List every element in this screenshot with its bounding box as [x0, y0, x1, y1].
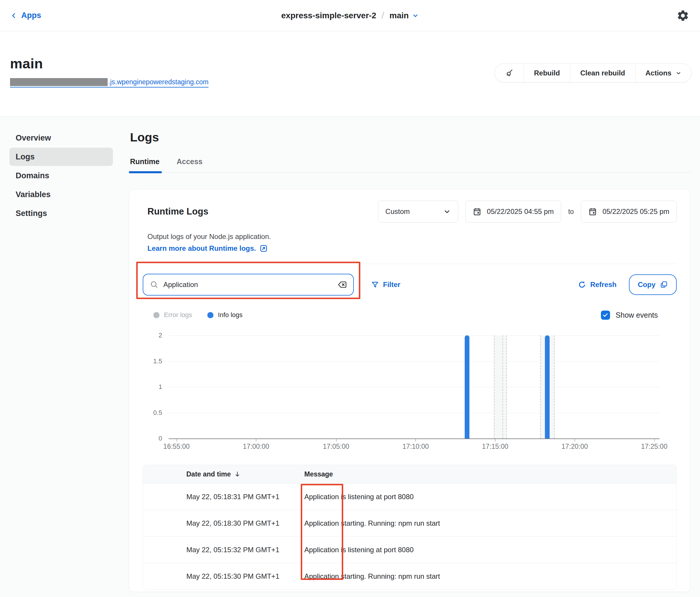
table-row[interactable]: May 22, 05:18:30 PM GMT+1 Application st…	[143, 510, 676, 536]
environment-actions-bar: Rebuild Clean rebuild Actions	[495, 63, 692, 82]
x-axis-tick-label: 17:00:00	[243, 443, 270, 450]
panel-description: Output logs of your Node.js application.	[147, 233, 677, 241]
legend-info-logs[interactable]: Info logs	[207, 311, 242, 319]
sidebar-item-variables[interactable]: Variables	[9, 185, 113, 204]
filter-button[interactable]: Filter	[371, 281, 400, 289]
log-datetime: May 22, 05:15:30 PM GMT+1	[143, 572, 304, 580]
y-axis-tick-label: 0	[143, 435, 162, 442]
refresh-button[interactable]: Refresh	[578, 280, 617, 289]
y-axis-tick-label: 1	[143, 383, 162, 391]
tab-label: Runtime	[130, 157, 159, 165]
search-annotated-region	[143, 274, 354, 295]
clear-search-icon[interactable]	[337, 280, 347, 289]
range-preset-value: Custom	[385, 207, 410, 216]
x-axis-tick-label: 17:10:00	[402, 443, 429, 450]
tab-runtime[interactable]: Runtime	[130, 157, 159, 173]
top-bar: Apps express-simple-server-2 / main	[0, 0, 700, 31]
chevron-left-icon	[10, 11, 17, 20]
x-axis-tick-label: 17:05:00	[323, 443, 349, 450]
date-to-input[interactable]: 05/22/2025 05:25 pm	[581, 201, 677, 223]
y-axis-tick-label: 1.5	[143, 358, 162, 365]
table-row[interactable]: May 22, 05:15:32 PM GMT+1 Application is…	[143, 536, 676, 563]
event-band	[494, 335, 507, 439]
tab-label: Access	[177, 157, 203, 165]
log-message: Application is listening at port 8080	[304, 493, 676, 501]
sidebar-item-label: Domains	[16, 171, 49, 180]
environment-nav-sidebar: Overview Logs Domains Variables Settings	[9, 129, 113, 597]
event-band-divider	[502, 335, 503, 439]
column-header-datetime[interactable]: Date and time	[143, 470, 304, 478]
filter-label: Filter	[383, 281, 400, 289]
settings-gear-button[interactable]	[676, 9, 690, 22]
logs-tabs: Runtime Access	[129, 157, 691, 173]
tab-access[interactable]: Access	[177, 157, 203, 173]
show-events-toggle[interactable]: Show events	[601, 311, 658, 320]
sort-descending-icon	[234, 471, 241, 478]
external-link-icon	[259, 244, 268, 253]
log-count-bar[interactable]	[545, 335, 550, 439]
logs-toolbar: Filter Refresh Copy	[143, 274, 677, 295]
sidebar-item-label: Overview	[16, 133, 51, 142]
sidebar-item-logs[interactable]: Logs	[9, 148, 113, 166]
table-header-row: Date and time Message	[143, 465, 676, 483]
log-count-bar[interactable]	[465, 335, 469, 439]
panel-header-row: Runtime Logs Custom	[143, 189, 677, 223]
chevron-down-icon	[412, 12, 419, 19]
log-datetime: May 22, 05:18:31 PM GMT+1	[143, 493, 304, 501]
legend-error-logs[interactable]: Error logs	[153, 311, 192, 319]
date-to-value: 05/22/2025 05:25 pm	[602, 207, 669, 216]
copy-label: Copy	[638, 281, 655, 289]
error-logs-dot	[153, 312, 159, 318]
date-from-input[interactable]: 05/22/2025 04:55 pm	[465, 201, 561, 223]
actions-menu-button[interactable]: Actions	[635, 63, 692, 82]
logs-search-box[interactable]	[143, 274, 354, 295]
copy-logs-button[interactable]: Copy	[629, 274, 677, 295]
chart-x-axis-labels: 16:55:0017:00:0017:05:0017:10:0017:15:00…	[169, 439, 659, 451]
y-axis-tick-label: 2	[143, 332, 162, 339]
rebuild-button[interactable]: Rebuild	[524, 63, 570, 82]
environment-url-link[interactable]: .js.wpenginepoweredstaging.com	[10, 78, 208, 87]
toolbar-divider	[143, 264, 677, 264]
sidebar-item-settings[interactable]: Settings	[9, 204, 113, 223]
page-body: Overview Logs Domains Variables Settings…	[0, 116, 700, 597]
funnel-icon	[371, 281, 379, 289]
sidebar-item-domains[interactable]: Domains	[9, 166, 113, 185]
clean-rebuild-button[interactable]: Clean rebuild	[570, 63, 635, 82]
chart-legend-row: Error logs Info logs Show events	[143, 310, 677, 320]
environment-selector[interactable]: main	[390, 11, 419, 20]
calendar-icon	[588, 207, 597, 216]
back-to-apps-link[interactable]: Apps	[10, 11, 41, 20]
info-logs-label: Info logs	[218, 311, 242, 319]
chevron-down-icon	[443, 208, 451, 215]
table-row[interactable]: May 22, 05:18:31 PM GMT+1 Application is…	[143, 483, 676, 510]
gridline	[169, 335, 659, 336]
chart-plot: 00.511.52	[169, 335, 659, 439]
datetime-header-label: Date and time	[186, 470, 231, 478]
search-input[interactable]	[164, 281, 333, 289]
calendar-icon	[473, 207, 481, 216]
gear-icon	[676, 9, 690, 22]
show-events-label: Show events	[616, 311, 658, 319]
redacted-url-segment	[10, 78, 108, 86]
learn-more-link[interactable]: Learn more about Runtime logs.	[147, 244, 268, 253]
sidebar-item-overview[interactable]: Overview	[9, 129, 113, 147]
show-events-checkbox[interactable]	[601, 311, 610, 320]
purge-cache-button[interactable]	[495, 63, 524, 82]
column-header-message[interactable]: Message	[304, 470, 676, 478]
time-range-controls: Custom 05/22/2025	[378, 201, 677, 223]
range-preset-select[interactable]: Custom	[378, 201, 458, 223]
gridline	[169, 361, 659, 362]
log-message: Application starting. Running: npm run s…	[304, 519, 676, 527]
actions-label: Actions	[646, 69, 671, 77]
logs-section: Logs Runtime Access Runtime Logs Custom	[129, 129, 691, 597]
sidebar-item-label: Variables	[16, 190, 51, 199]
y-axis-tick-label: 0.5	[143, 409, 162, 417]
sidebar-item-label: Settings	[16, 209, 47, 218]
search-icon	[150, 280, 159, 289]
table-row[interactable]: May 22, 05:15:30 PM GMT+1 Application st…	[143, 563, 676, 589]
info-logs-dot	[207, 312, 214, 318]
back-to-apps-label: Apps	[21, 11, 41, 20]
logs-title: Logs	[130, 131, 691, 145]
environment-name: main	[390, 11, 409, 20]
range-join-label: to	[568, 208, 574, 216]
